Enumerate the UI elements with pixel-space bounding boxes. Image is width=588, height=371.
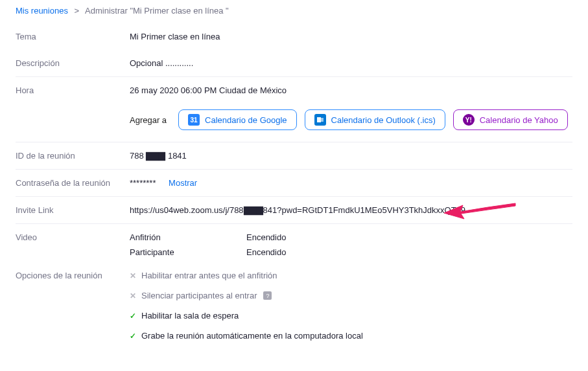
breadcrumb-root-link[interactable]: Mis reuniones bbox=[16, 6, 68, 16]
label-descripcion: Descripción bbox=[16, 58, 130, 68]
video-participant-label: Participante bbox=[130, 247, 246, 257]
google-calendar-icon: 31 bbox=[188, 114, 200, 126]
x-icon: ✕ bbox=[130, 271, 136, 280]
option-auto-record-label: Grabe la reunión automáticamente en la c… bbox=[141, 331, 363, 341]
yahoo-calendar-icon: Y! bbox=[463, 114, 475, 126]
video-participant-value: Encendido bbox=[246, 247, 572, 257]
row-contrasena: Contraseña de la reunión ******** Mostra… bbox=[16, 170, 572, 197]
google-calendar-button[interactable]: 31 Calendario de Google bbox=[178, 109, 296, 130]
value-hora-block: 26 may 2020 06:00 PM Ciudad de México Ag… bbox=[130, 85, 572, 130]
row-descripcion: Descripción Opcional ............ bbox=[16, 50, 572, 77]
x-icon: ✕ bbox=[130, 291, 136, 300]
check-icon: ✓ bbox=[130, 332, 136, 341]
option-waiting-room-label: Habilitar la sala de espera bbox=[141, 311, 239, 320]
label-contrasena: Contraseña de la reunión bbox=[16, 178, 130, 188]
value-invite-link: https://us04web.zoom.us/j/788▇▇▇841?pwd=… bbox=[130, 205, 572, 215]
value-tema: Mi Primer clase en línea bbox=[130, 32, 572, 41]
label-tema: Tema bbox=[16, 32, 130, 41]
video-host-value: Encendido bbox=[246, 232, 572, 242]
label-invite: Invite Link bbox=[16, 205, 130, 215]
label-opciones: Opciones de la reunión bbox=[16, 271, 130, 280]
value-contrasena-block: ******** Mostrar bbox=[130, 178, 572, 188]
google-calendar-label: Calendario de Google bbox=[205, 115, 287, 125]
outlook-calendar-icon bbox=[314, 114, 326, 126]
row-invite-link: Invite Link https://us04web.zoom.us/j/78… bbox=[16, 197, 572, 224]
yahoo-calendar-label: Calendario de Yahoo bbox=[480, 115, 558, 125]
value-contrasena-masked: ******** bbox=[130, 178, 156, 188]
row-hora: Hora 26 may 2020 06:00 PM Ciudad de Méxi… bbox=[16, 77, 572, 142]
value-id: 788 ▇▇▇ 1841 bbox=[130, 151, 572, 161]
value-hora: 26 may 2020 06:00 PM Ciudad de México bbox=[130, 85, 572, 95]
video-host-label: Anfitrión bbox=[130, 232, 246, 242]
label-video: Video bbox=[16, 232, 130, 242]
svg-rect-0 bbox=[317, 117, 321, 122]
breadcrumb-separator: > bbox=[75, 6, 80, 16]
yahoo-calendar-button[interactable]: Y! Calendario de Yahoo bbox=[453, 109, 568, 130]
help-icon[interactable]: ? bbox=[263, 291, 272, 300]
breadcrumb-current: Administrar "Mi Primer clase en línea " bbox=[85, 6, 229, 16]
page-container: Mis reuniones > Administrar "Mi Primer c… bbox=[0, 0, 588, 365]
value-video-block: Anfitrión Encendido Participante Encendi… bbox=[130, 232, 572, 257]
option-join-before-host-label: Habilitar entrar antes que el anfitrión bbox=[141, 271, 277, 280]
row-video: Video Anfitrión Encendido Participante E… bbox=[16, 224, 572, 262]
svg-rect-1 bbox=[321, 118, 323, 122]
outlook-calendar-label: Calendario de Outlook (.ics) bbox=[331, 115, 436, 125]
show-password-link[interactable]: Mostrar bbox=[169, 178, 197, 188]
row-id: ID de la reunión 788 ▇▇▇ 1841 bbox=[16, 142, 572, 170]
meeting-details: Tema Mi Primer clase en línea Descripció… bbox=[0, 23, 588, 365]
outlook-calendar-button[interactable]: Calendario de Outlook (.ics) bbox=[305, 109, 445, 130]
value-descripcion: Opcional ............ bbox=[130, 58, 572, 68]
option-mute-on-entry: ✕ Silenciar participantes al entrar ? bbox=[130, 291, 572, 300]
label-id: ID de la reunión bbox=[16, 151, 130, 161]
label-hora: Hora bbox=[16, 85, 130, 95]
check-icon: ✓ bbox=[130, 311, 136, 320]
row-opciones: Opciones de la reunión ✕ Habilitar entra… bbox=[16, 262, 572, 352]
option-auto-record: ✓ Grabe la reunión automáticamente en la… bbox=[130, 331, 572, 341]
option-join-before-host: ✕ Habilitar entrar antes que el anfitrió… bbox=[130, 271, 572, 280]
value-opciones-block: ✕ Habilitar entrar antes que el anfitrió… bbox=[130, 271, 572, 341]
option-mute-on-entry-label: Silenciar participantes al entrar bbox=[141, 291, 257, 300]
calendar-buttons: Agregar a 31 Calendario de Google Calend… bbox=[130, 109, 572, 130]
row-tema: Tema Mi Primer clase en línea bbox=[16, 23, 572, 50]
label-agregar-a: Agregar a bbox=[130, 115, 167, 125]
option-waiting-room: ✓ Habilitar la sala de espera bbox=[130, 311, 572, 320]
breadcrumb: Mis reuniones > Administrar "Mi Primer c… bbox=[0, 0, 588, 23]
